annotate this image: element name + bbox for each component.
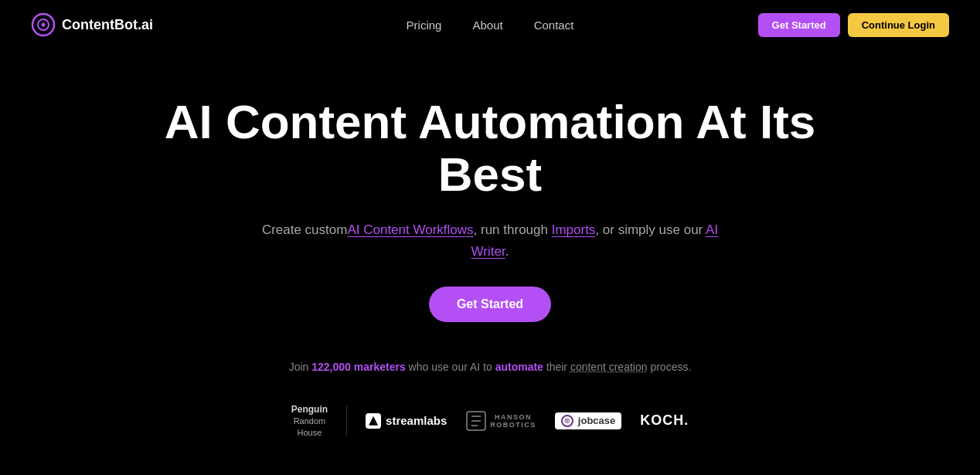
nav-actions: Get Started Continue Login — [758, 13, 949, 37]
subtitle-prefix: Create custom — [262, 222, 348, 237]
brand-hanson: HANSONROBOTICS — [465, 410, 536, 432]
nav-links: Pricing About Contact — [407, 19, 574, 32]
nav-continue-login-button[interactable]: Continue Login — [848, 13, 949, 37]
social-proof-automate: automate — [495, 361, 543, 373]
brand-penguin: Penguin Random House — [291, 404, 328, 438]
logo[interactable]: ContentBot.ai — [31, 12, 153, 37]
social-proof-middle2: their — [543, 361, 570, 373]
logo-separator-1 — [346, 405, 347, 436]
hanson-icon — [465, 410, 487, 432]
social-proof-text: Join 122,000 marketers who use our AI to… — [289, 361, 692, 373]
social-proof-content: content creation — [570, 361, 648, 373]
navbar: ContentBot.ai Pricing About Contact Get … — [0, 0, 980, 49]
logo-text: ContentBot.ai — [62, 17, 153, 33]
hero-section: AI Content Automation At Its Best Create… — [0, 49, 980, 469]
brand-logos-bar: Penguin Random House streamlabs HANSONRO… — [260, 396, 720, 446]
social-proof-number: 122,000 — [311, 361, 351, 373]
social-proof-prefix: Join — [289, 361, 312, 373]
brand-koch: KOCH. — [640, 412, 689, 429]
social-proof-suffix: process. — [648, 361, 692, 373]
logo-icon — [31, 12, 56, 37]
nav-pricing[interactable]: Pricing — [407, 19, 442, 32]
hero-get-started-button[interactable]: Get Started — [429, 287, 551, 322]
brand-streamlabs: streamlabs — [366, 413, 447, 429]
social-proof-marketers: marketers — [351, 361, 406, 373]
subtitle-suffix: . — [505, 244, 509, 259]
streamlabs-label: streamlabs — [386, 414, 447, 427]
svg-point-2 — [42, 23, 46, 27]
hanson-label: HANSONROBOTICS — [490, 413, 536, 429]
jobcase-icon: ◎ — [561, 415, 573, 427]
subtitle-middle2: , or simply use our — [595, 222, 706, 237]
subtitle-link-workflows[interactable]: AI Content Workflows — [347, 222, 473, 237]
nav-get-started-button[interactable]: Get Started — [758, 13, 840, 37]
hero-subtitle: Create customAI Content Workflows, run t… — [250, 219, 730, 261]
social-proof-middle: who use our AI to — [406, 361, 495, 373]
nav-contact[interactable]: Contact — [534, 19, 574, 32]
subtitle-middle1: , run through — [474, 222, 552, 237]
hero-title: AI Content Automation At Its Best — [142, 96, 838, 201]
koch-label: KOCH. — [640, 412, 689, 428]
subtitle-link-imports[interactable]: Imports — [552, 222, 596, 237]
jobcase-label: jobcase — [578, 415, 615, 426]
streamlabs-icon — [366, 413, 381, 429]
brand-jobcase: ◎ jobcase — [555, 412, 621, 429]
nav-about[interactable]: About — [472, 19, 502, 32]
